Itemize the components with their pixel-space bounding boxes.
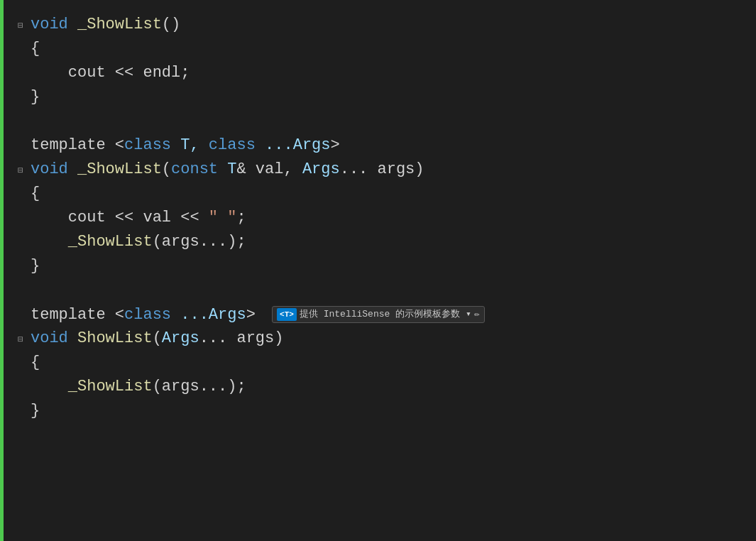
fold-spacer-17 bbox=[18, 405, 28, 420]
fold-spacer-2 bbox=[18, 43, 28, 58]
line-content-2: { bbox=[31, 37, 756, 60]
editor-container: ⊟ void _ShowList() { cout << endl; } tem… bbox=[0, 0, 756, 541]
line-content-10: _ShowList(args...); bbox=[31, 230, 756, 253]
fold-spacer-16 bbox=[18, 381, 28, 395]
line-content-11: } bbox=[31, 254, 756, 278]
code-line-1: ⊟ void _ShowList() bbox=[18, 13, 756, 37]
line-content-1: void _ShowList() bbox=[31, 13, 756, 36]
code-line-10: _ShowList(args...); bbox=[18, 230, 756, 254]
line-content-6: template <class T, class ...Args> bbox=[31, 133, 756, 157]
code-line-15: { bbox=[18, 351, 756, 375]
line-content-9: cout << val << " "; bbox=[31, 206, 756, 229]
fold-icon-1[interactable]: ⊟ bbox=[18, 19, 28, 33]
fold-spacer-13 bbox=[18, 307, 28, 322]
code-line-11: } bbox=[18, 254, 756, 278]
fold-icon-14[interactable]: ⊟ bbox=[18, 333, 28, 347]
line-content-17: } bbox=[31, 399, 756, 422]
dropdown-arrow-icon[interactable]: ▾ bbox=[466, 307, 471, 322]
fold-spacer-4 bbox=[18, 92, 28, 106]
line-content-13: template <class ...Args> <T> 提供 IntelliS… bbox=[31, 303, 756, 327]
fold-spacer-9 bbox=[18, 212, 28, 226]
code-line-4: } bbox=[18, 85, 756, 109]
fold-spacer-15 bbox=[18, 357, 28, 371]
fold-spacer-8 bbox=[18, 188, 28, 202]
intellisense-badge: <T> bbox=[277, 308, 297, 321]
fold-icon-7[interactable]: ⊟ bbox=[18, 164, 28, 178]
code-line-8: { bbox=[18, 182, 756, 206]
intellisense-text: 提供 IntelliSense 的示例模板参数 bbox=[300, 307, 460, 322]
fold-spacer-3 bbox=[18, 67, 28, 82]
code-line-16: _ShowList(args...); bbox=[18, 375, 756, 399]
fold-spacer-10 bbox=[18, 236, 28, 251]
code-line-2: { bbox=[18, 37, 756, 61]
pencil-icon[interactable]: ✏ bbox=[474, 307, 480, 322]
code-line-9: cout << val << " "; bbox=[18, 206, 756, 230]
line-content-7: void _ShowList(const T& val, Args... arg… bbox=[31, 158, 756, 181]
fold-spacer-11 bbox=[18, 261, 28, 275]
empty-line-5 bbox=[18, 109, 756, 133]
code-line-13: template <class ...Args> <T> 提供 IntelliS… bbox=[18, 302, 756, 327]
code-area: ⊟ void _ShowList() { cout << endl; } tem… bbox=[4, 0, 756, 541]
line-content-8: { bbox=[31, 182, 756, 205]
line-content-16: _ShowList(args...); bbox=[31, 375, 756, 398]
code-line-17: } bbox=[18, 399, 756, 423]
fold-spacer-6 bbox=[18, 140, 28, 154]
code-line-6: template <class T, class ...Args> bbox=[18, 133, 756, 158]
line-content-15: { bbox=[31, 351, 756, 374]
code-line-14: ⊟ void ShowList(Args... args) bbox=[18, 327, 756, 351]
code-line-3: cout << endl; bbox=[18, 61, 756, 85]
code-line-7: ⊟ void _ShowList(const T& val, Args... a… bbox=[18, 158, 756, 182]
line-content-3: cout << endl; bbox=[31, 61, 756, 84]
line-content-14: void ShowList(Args... args) bbox=[31, 327, 756, 350]
line-content-4: } bbox=[31, 85, 756, 109]
intellisense-tooltip[interactable]: <T> 提供 IntelliSense 的示例模板参数 ▾ ✏ bbox=[272, 306, 485, 323]
empty-line-12 bbox=[18, 278, 756, 302]
